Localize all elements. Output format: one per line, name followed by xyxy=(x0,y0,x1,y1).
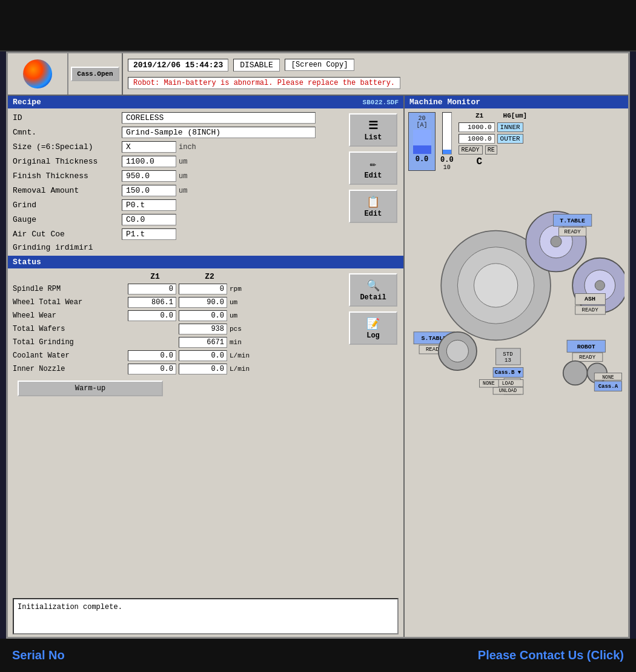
total-grinding-label: Total Grinding xyxy=(13,338,128,347)
recipe-air-cut-label: Air Cut Coe xyxy=(13,230,122,239)
total-grinding-spacer xyxy=(128,342,176,343)
status-table-area: Z1 Z2 Spindle RPM 0 0 rpm Wheel Total We… xyxy=(8,268,343,596)
svg-text:NONE: NONE xyxy=(602,374,614,380)
spindle-unit: rpm xyxy=(230,285,242,293)
z1-inner-value: 1000.0 xyxy=(459,122,495,132)
recipe-grinding-info-row: Grinding irdimiri xyxy=(13,243,338,252)
status-col-headers: Z1 Z2 xyxy=(128,272,338,281)
svg-text:UNLOAD: UNLOAD xyxy=(499,388,517,393)
wheel-total-row: Wheel Total Wear 806.1 90.0 um xyxy=(13,297,338,308)
total-grinding-row: Total Grinding 6671 min xyxy=(13,337,338,348)
ready-badge-z1: READY xyxy=(459,145,483,155)
re-label: RE xyxy=(485,145,497,155)
current-bar xyxy=(413,130,431,154)
machine-diagram: T.TABLE READY ASH READY S.TABLE READY xyxy=(408,176,624,406)
coolant-z1-value: 0.0 xyxy=(128,350,176,361)
edit-icon-2: 📋 xyxy=(366,195,380,208)
cass-open-button[interactable]: Cass.Open xyxy=(71,67,119,81)
log-label: Log xyxy=(366,331,380,340)
log-box: Initialization complete. xyxy=(13,598,399,634)
serial-no-text[interactable]: Serial No xyxy=(12,648,65,662)
log-button[interactable]: 📝 Log xyxy=(349,311,397,345)
cass-open-section[interactable]: Cass.Open xyxy=(68,53,123,95)
wheel-wear-z1-value: 0.0 xyxy=(128,310,176,321)
recipe-fin-thick-value: 950.0 xyxy=(122,170,176,182)
spindle-z2-value: 0 xyxy=(179,284,227,294)
logo-circle xyxy=(23,59,52,88)
contact-text[interactable]: Please Contact Us (Click) xyxy=(478,648,624,662)
edit-button-2[interactable]: 📋 Edit xyxy=(349,190,397,223)
current-val-0: 0.0 xyxy=(411,155,432,164)
right-panel: Machine Monitor 20[A] 0.0 xyxy=(405,96,628,637)
recipe-cmnt-row: Cmnt. Grind-Sample (8INCH) xyxy=(13,127,338,138)
z1-outer-value: 1000.0 xyxy=(459,134,495,144)
wheel-wear-unit: um xyxy=(230,312,237,319)
recipe-removal-row: Removal Amount 150.0 um xyxy=(13,185,338,196)
z1-col-header: Z1 xyxy=(128,272,182,281)
wheel-wear-z2-value: 0.0 xyxy=(179,310,227,321)
edit-label-2: Edit xyxy=(365,210,382,218)
wheel-total-unit: um xyxy=(230,299,237,306)
list-button[interactable]: ☰ List xyxy=(349,113,397,147)
total-wafers-unit: pcs xyxy=(230,325,242,333)
coolant-row: Coolant Water 0.0 0.0 L/min xyxy=(13,350,338,361)
edit-icon-1: ✏️ xyxy=(370,157,377,170)
inner-nozzle-z1-value: 0.0 xyxy=(128,364,176,374)
recipe-cmnt-label: Cmnt. xyxy=(13,128,122,137)
recipe-gauge-value: C0.0 xyxy=(122,214,176,225)
recipe-header: Recipe SB022.SDF xyxy=(8,96,403,108)
recipe-fin-thick-row: Finish Thickness 950.0 um xyxy=(13,170,338,182)
spindle-row: Spindle RPM 0 0 rpm xyxy=(13,284,338,294)
status-section: Status Z1 Z2 Spindle RPM 0 0 rpm xyxy=(8,256,403,637)
warmup-button[interactable]: Warm-up xyxy=(18,381,163,396)
total-wafers-label: Total Wafers xyxy=(13,325,128,333)
recipe-title: Recipe xyxy=(13,98,41,107)
recipe-orig-thick-row: Original Thickness 1100.0 um xyxy=(13,156,338,167)
recipe-removal-label: Removal Amount xyxy=(13,186,122,195)
recipe-gauge-row: Gauge C0.0 xyxy=(13,214,338,225)
warmup-row: Warm-up xyxy=(13,378,338,399)
recipe-air-cut-row: Air Cut Coe P1.t xyxy=(13,228,338,240)
bottom-bar: Serial No Please Contact Us (Click) xyxy=(0,639,636,672)
detail-button[interactable]: 🔍 Detail xyxy=(349,273,397,307)
svg-point-5 xyxy=(551,236,561,247)
svg-text:ASH: ASH xyxy=(585,296,595,302)
header-row: Cass.Open 2019/12/06 15:44:23 DISABLE [S… xyxy=(8,53,628,96)
svg-point-22 xyxy=(446,340,468,362)
recipe-removal-unit: um xyxy=(179,187,187,195)
recipe-id-row: ID CORELESS xyxy=(13,112,338,124)
top-bar xyxy=(0,0,636,52)
z1-col-label: Z1 xyxy=(459,112,501,119)
recipe-side-buttons: ☰ List ✏️ Edit 📋 Edit xyxy=(343,108,403,256)
screen-copy-box[interactable]: [Screen Copy] xyxy=(285,59,355,71)
svg-text:Cass.A: Cass.A xyxy=(598,383,618,390)
list-icon: ☰ xyxy=(368,119,378,132)
inner-nozzle-row: Inner Nozzle 0.0 0.0 L/min xyxy=(13,364,338,374)
inner-nozzle-label: Inner Nozzle xyxy=(13,365,128,373)
detail-icon: 🔍 xyxy=(366,279,380,292)
recipe-size-value: X xyxy=(122,141,176,153)
total-wafers-row: Total Wafers 938 pcs xyxy=(13,324,338,334)
coolant-label: Coolant Water xyxy=(13,351,128,360)
recipe-id-label: ID xyxy=(13,113,122,122)
recipe-grind-value: P0.t xyxy=(122,199,176,211)
svg-point-8 xyxy=(595,281,605,290)
svg-text:STD: STD xyxy=(503,351,512,358)
outer-label: OUTER xyxy=(497,134,523,144)
inner-label: INNER xyxy=(497,122,523,132)
datetime-section: 2019/12/06 15:44:23 DISABLE [Screen Copy… xyxy=(123,53,628,95)
svg-text:ROBOT: ROBOT xyxy=(577,344,595,350)
spindle-label: Spindle RPM xyxy=(13,285,128,293)
logo-section xyxy=(8,53,68,95)
recipe-size-label: Size (=6:Special) xyxy=(13,142,122,151)
svg-text:Cass.B ▼: Cass.B ▼ xyxy=(495,369,522,376)
total-wafers-z2-value: 938 xyxy=(179,324,227,334)
svg-text:NONE: NONE xyxy=(483,381,495,386)
wheel-wear-label: Wheel Wear xyxy=(13,311,128,320)
recipe-grind-row: Grind P0.t xyxy=(13,199,338,211)
recipe-fields: ID CORELESS Cmnt. Grind-Sample (8INCH) S… xyxy=(8,108,343,256)
svg-text:READY: READY xyxy=(579,354,596,361)
edit-button-1[interactable]: ✏️ Edit xyxy=(349,151,397,185)
total-grinding-z2-value: 6671 xyxy=(179,337,227,348)
alert-box: Robot: Main-battery is abnormal. Please … xyxy=(128,77,400,89)
